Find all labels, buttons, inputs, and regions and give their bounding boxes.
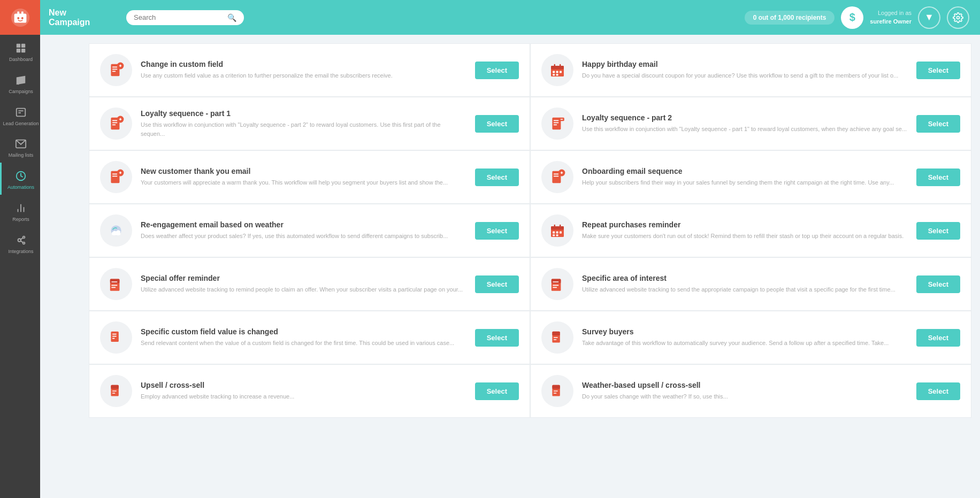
select-button-survey-buyers[interactable]: Select: [916, 329, 960, 347]
card-title-loyalty-sequence-2: Loyalty sequence - part 2: [582, 113, 908, 122]
svg-rect-49: [554, 122, 559, 124]
campaign-icon-happy-birthday: [541, 54, 573, 86]
campaign-icon-weather-upsell: [541, 375, 573, 407]
card-desc-loyalty-sequence-2: Use this workflow in conjunction with "L…: [582, 125, 908, 134]
header: New Campaign 🔍 0 out of 1,000 recipients…: [40, 0, 980, 35]
search-box[interactable]: 🔍: [126, 10, 244, 25]
sidebar-item-reports[interactable]: Reports: [0, 195, 40, 227]
svg-rect-46: [120, 118, 121, 121]
svg-rect-96: [112, 393, 116, 394]
select-button-repeat-purchases[interactable]: Select: [916, 222, 960, 240]
sidebar-item-integrations[interactable]: Integrations: [0, 227, 40, 259]
card-desc-survey-buyers: Take advantage of this workflow to autom…: [582, 339, 908, 348]
card-content-loyalty-sequence-1: Loyalty sequence - part 1 Use this workf…: [141, 109, 466, 138]
svg-rect-94: [111, 385, 118, 389]
select-button-upsell-crosssell[interactable]: Select: [475, 382, 519, 400]
svg-rect-85: [111, 332, 118, 342]
sidebar-item-automations[interactable]: Automations: [0, 163, 40, 195]
card-content-specific-area: Specific area of interest Utilize advanc…: [582, 274, 908, 294]
svg-rect-70: [553, 232, 555, 234]
card-content-loyalty-sequence-2: Loyalty sequence - part 2 Use this workf…: [582, 113, 908, 134]
svg-rect-43: [112, 125, 116, 126]
list-item: Specific custom field value is changed S…: [89, 311, 530, 364]
svg-rect-100: [554, 393, 557, 394]
svg-rect-68: [554, 225, 555, 228]
svg-rect-69: [560, 225, 561, 228]
select-button-specific-area[interactable]: Select: [916, 275, 960, 293]
chevron-button[interactable]: ▼: [918, 6, 940, 29]
svg-rect-39: [556, 74, 558, 75]
select-button-onboarding-email[interactable]: Select: [916, 168, 960, 186]
sidebar-logo[interactable]: [0, 0, 40, 35]
svg-rect-48: [554, 120, 559, 121]
card-action-new-customer-thank-you: Select: [475, 168, 519, 186]
sidebar-item-campaigns[interactable]: Campaigns: [0, 67, 40, 99]
card-title-upsell-crosssell: Upsell / cross-sell: [141, 381, 466, 389]
campaign-icon-re-engagement-weather: [100, 214, 132, 247]
svg-rect-27: [112, 71, 116, 72]
svg-rect-67: [551, 226, 564, 229]
sidebar-item-dashboard[interactable]: Dashboard: [0, 35, 40, 67]
sidebar-item-mailing-lists[interactable]: Mailing lists: [0, 131, 40, 163]
svg-rect-55: [112, 176, 118, 177]
svg-rect-74: [556, 234, 558, 236]
campaign-icon-change-custom-field: [100, 54, 132, 86]
select-button-happy-birthday[interactable]: Select: [916, 62, 960, 79]
sidebar: Dashboard Campaigns Lead Generation Mail…: [0, 0, 40, 498]
svg-rect-37: [560, 71, 562, 73]
select-button-loyalty-sequence-2[interactable]: Select: [916, 115, 960, 133]
list-item: Re-engagement email based on weather Doe…: [89, 204, 530, 257]
svg-line-22: [21, 241, 24, 242]
card-title-loyalty-sequence-1: Loyalty sequence - part 1: [141, 109, 466, 118]
page-title: New Campaign: [40, 0, 118, 35]
campaign-icon-specific-area: [541, 268, 573, 300]
svg-rect-25: [112, 67, 118, 68]
svg-rect-6: [17, 44, 20, 48]
select-button-loyalty-sequence-1[interactable]: Select: [475, 115, 519, 133]
svg-rect-35: [553, 71, 555, 73]
list-item: Loyalty sequence - part 1 Use this workf…: [89, 97, 530, 150]
campaign-icon-upsell-crosssell: [100, 375, 132, 407]
card-action-loyalty-sequence-1: Select: [475, 115, 519, 133]
card-title-repeat-purchases: Repeat purchases reminder: [582, 220, 908, 229]
search-icon: 🔍: [227, 13, 236, 22]
card-title-re-engagement-weather: Re-engagement email based on weather: [141, 220, 466, 229]
card-desc-special-offer: Utilize advanced website tracking to rem…: [141, 285, 466, 294]
svg-rect-82: [553, 281, 558, 282]
user-name: surefire Owner: [870, 18, 912, 26]
card-desc-re-engagement-weather: Does weather affect your product sales? …: [141, 232, 466, 241]
settings-button[interactable]: [947, 6, 969, 29]
card-content-happy-birthday: Happy birthday email Do you have a speci…: [582, 60, 908, 80]
svg-rect-34: [560, 64, 561, 67]
select-button-change-custom-field[interactable]: Select: [475, 62, 519, 79]
svg-rect-84: [553, 287, 557, 288]
search-input[interactable]: [134, 13, 223, 21]
card-action-special-offer: Select: [475, 275, 519, 293]
campaign-icon-custom-field-changed: [100, 321, 132, 354]
select-button-new-customer-thank-you[interactable]: Select: [475, 168, 519, 186]
campaign-icon-onboarding-email: [541, 161, 573, 193]
card-desc-happy-birthday: Do you have a special discount coupon fo…: [582, 71, 908, 80]
card-action-change-custom-field: Select: [475, 62, 519, 79]
campaign-icon-special-offer: [100, 268, 132, 300]
svg-rect-88: [112, 338, 115, 339]
svg-rect-26: [112, 69, 118, 70]
svg-rect-30: [120, 65, 121, 67]
select-button-weather-upsell[interactable]: Select: [916, 382, 960, 400]
card-desc-loyalty-sequence-1: Use this workflow in conjunction with "L…: [141, 120, 466, 138]
svg-rect-38: [553, 74, 555, 75]
select-button-re-engagement-weather[interactable]: Select: [475, 222, 519, 240]
svg-rect-58: [120, 172, 121, 174]
card-title-weather-upsell: Weather-based upsell / cross-sell: [582, 381, 908, 389]
select-button-special-offer[interactable]: Select: [475, 275, 519, 293]
svg-point-5: [21, 17, 23, 19]
dollar-button[interactable]: $: [841, 6, 863, 29]
card-action-onboarding-email: Select: [916, 168, 960, 186]
svg-rect-87: [112, 336, 117, 337]
sidebar-item-lead-generation[interactable]: Lead Generation: [0, 99, 40, 131]
svg-rect-1: [14, 13, 26, 22]
svg-rect-78: [111, 285, 117, 286]
select-button-custom-field-changed[interactable]: Select: [475, 329, 519, 347]
card-desc-change-custom-field: Use any custom field value as a criterio…: [141, 71, 466, 80]
header-right: 0 out of 1,000 recipients $ Logged in as…: [745, 6, 969, 29]
